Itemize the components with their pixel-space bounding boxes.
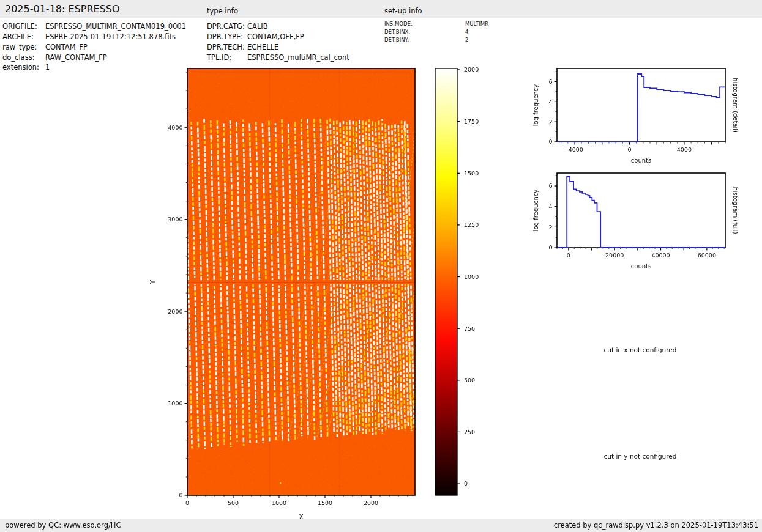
svg-text:4: 4: [548, 98, 552, 105]
histogram-detail-plot: -4000040000246countslog frequencyhistogr…: [532, 68, 739, 164]
histogram-full-plot: 02000040000600000246countslog frequencyh…: [532, 173, 739, 270]
raw-frame-axes: 050010001500200001000200030004000XY: [149, 68, 415, 520]
svg-text:4000: 4000: [677, 146, 692, 153]
svg-text:0: 0: [567, 252, 570, 259]
svg-text:750: 750: [464, 325, 475, 332]
svg-text:1250: 1250: [464, 221, 479, 228]
svg-text:histogram (detail): histogram (detail): [732, 78, 739, 133]
svg-text:Y: Y: [149, 279, 156, 284]
svg-text:1500: 1500: [318, 500, 332, 506]
svg-text:histogram (full): histogram (full): [732, 187, 739, 234]
svg-text:0: 0: [185, 500, 189, 506]
svg-text:1000: 1000: [464, 273, 479, 280]
svg-text:counts: counts: [631, 263, 651, 270]
svg-text:2000: 2000: [168, 308, 182, 315]
svg-text:4000: 4000: [168, 124, 182, 131]
svg-text:-4000: -4000: [566, 146, 583, 153]
svg-text:0: 0: [179, 492, 182, 498]
histogram_detail-curve: [557, 74, 725, 142]
svg-text:2: 2: [548, 119, 552, 125]
svg-text:0: 0: [548, 244, 552, 251]
svg-text:counts: counts: [631, 157, 651, 164]
svg-text:0: 0: [464, 480, 468, 487]
colorbar: 025050075010001250150017502000: [435, 66, 479, 495]
footer-created-by: created by qc_rawdisp.py v1.2.3 on 2025-…: [554, 521, 758, 530]
svg-text:1000: 1000: [168, 400, 182, 407]
svg-text:500: 500: [228, 500, 239, 506]
svg-text:2000: 2000: [464, 66, 479, 73]
svg-text:4: 4: [548, 203, 552, 210]
qc-rawdisp-report: 2025-01-18: ESPRESSO type info set-up in…: [0, 0, 762, 532]
svg-text:40000: 40000: [651, 252, 670, 259]
svg-text:log frequency: log frequency: [532, 190, 539, 232]
footer-powered-by: powered by QC: www.eso.org/HC: [5, 521, 121, 530]
svg-text:0: 0: [627, 146, 631, 153]
svg-text:6: 6: [548, 182, 552, 189]
histogram_full-curve: [558, 177, 725, 248]
cut-in-y-message: cut in y not configured: [563, 453, 717, 460]
svg-text:250: 250: [464, 429, 475, 435]
svg-text:500: 500: [464, 377, 475, 383]
cut-in-x-message: cut in x not configured: [563, 346, 717, 353]
svg-text:20000: 20000: [605, 252, 624, 259]
svg-text:60000: 60000: [698, 252, 716, 259]
svg-text:6: 6: [548, 78, 552, 85]
svg-text:2: 2: [548, 224, 552, 231]
svg-text:1500: 1500: [464, 170, 479, 177]
svg-text:3000: 3000: [168, 216, 182, 223]
svg-text:1750: 1750: [464, 118, 479, 125]
svg-text:1000: 1000: [272, 500, 286, 506]
svg-text:0: 0: [548, 138, 552, 145]
svg-text:2000: 2000: [364, 500, 378, 506]
svg-text:log frequency: log frequency: [532, 84, 539, 127]
